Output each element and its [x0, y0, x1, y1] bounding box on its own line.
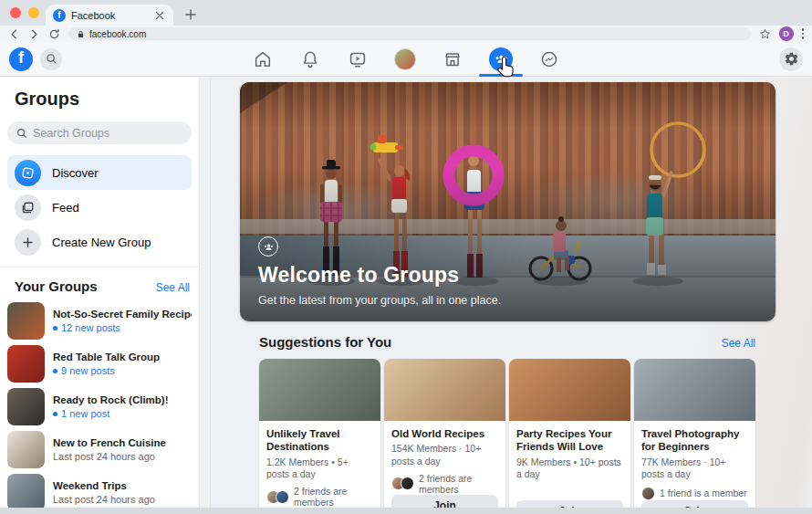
- group-info: Red Table Talk Group9 new posts: [53, 351, 160, 376]
- group-thumbnail: [7, 345, 45, 383]
- sidebar-item-create-new-group[interactable]: Create New Group: [7, 225, 192, 259]
- your-groups-title: Your Groups: [15, 278, 98, 294]
- bookmark-star-icon[interactable]: [759, 28, 771, 40]
- tab-title: Facebook: [71, 10, 148, 21]
- group-info: Ready to Rock (Climb)!1 new post: [53, 394, 169, 419]
- suggestion-card-members: [516, 486, 623, 500]
- group-name: Ready to Rock (Climb)!: [53, 394, 169, 405]
- suggestion-card-title: Travel Photography for Beginners: [641, 427, 748, 454]
- suggestion-card-members: 2 friends are members: [266, 486, 373, 508]
- member-avatars: [391, 477, 414, 490]
- unread-dot-icon: [53, 326, 57, 330]
- browser-menu-icon[interactable]: [802, 28, 805, 39]
- feed-icon: [15, 194, 41, 221]
- sidebar-item-discover[interactable]: Discover: [7, 155, 192, 190]
- search-icon: [16, 128, 27, 139]
- active-tab-underline: [479, 74, 523, 77]
- watch-icon[interactable]: [347, 48, 369, 70]
- member-avatars: [266, 490, 289, 504]
- messenger-icon[interactable]: [538, 48, 560, 70]
- group-thumbnail: [7, 388, 45, 425]
- group-list-item[interactable]: Red Table Talk Group9 new posts: [0, 342, 199, 385]
- your-groups-see-all-link[interactable]: See All: [156, 281, 190, 294]
- groups-tab[interactable]: [489, 47, 513, 71]
- group-name: Red Table Talk Group: [53, 351, 160, 362]
- group-info: Weekend TripsLast post 24 hours ago: [53, 480, 155, 505]
- suggestion-card-title: Old World Recipes: [391, 427, 498, 440]
- forward-icon[interactable]: [28, 28, 40, 40]
- group-meta: 12 new posts: [53, 322, 192, 333]
- suggestion-card[interactable]: Travel Photography for Beginners77K Memb…: [634, 359, 755, 514]
- suggestion-card-stats: 77K Members · 10+ posts a day: [641, 456, 748, 481]
- group-list-item[interactable]: New to French CuisineLast post 24 hours …: [0, 428, 199, 471]
- group-info: New to French CuisineLast post 24 hours …: [53, 437, 166, 462]
- home-icon[interactable]: [252, 48, 274, 70]
- sidebar-item-label: Feed: [52, 201, 79, 215]
- page-title: Groups: [15, 89, 184, 110]
- member-avatar: [641, 487, 655, 500]
- suggestion-card-members: 1 friend is a member: [641, 486, 748, 500]
- sidebar-scrollbar[interactable]: [199, 78, 211, 514]
- address-bar[interactable]: facebook.com: [68, 27, 751, 40]
- browser-tab[interactable]: f Facebook: [46, 5, 173, 26]
- suggestion-card[interactable]: Old World Recipes154K Members · 10+ post…: [384, 359, 505, 514]
- welcome-subtitle: Get the latest from your groups, all in …: [258, 294, 501, 307]
- group-meta: Last post 24 hours ago: [53, 451, 166, 462]
- sidebar-item-label: Discover: [52, 166, 99, 180]
- group-info: Not-So-Secret Family Recipes12 new posts: [53, 309, 192, 333]
- minimize-window-button[interactable]: [28, 7, 39, 18]
- group-meta: 9 new posts: [53, 365, 160, 376]
- group-thumbnail: [7, 302, 45, 340]
- suggestion-card-title: Unlikely Travel Destinations: [266, 427, 373, 454]
- unread-dot-icon: [53, 369, 57, 373]
- notifications-icon[interactable]: [299, 48, 321, 70]
- marketplace-icon[interactable]: [442, 48, 463, 70]
- suggestion-card-body: Unlikely Travel Destinations1.2K Members…: [259, 421, 380, 514]
- member-avatar: [401, 477, 414, 490]
- suggestion-card[interactable]: Party Recipes Your Friends Will Love9K M…: [509, 359, 630, 514]
- suggestion-card-body: Party Recipes Your Friends Will Love9K M…: [509, 421, 630, 514]
- suggestion-card-image: [384, 359, 505, 421]
- suggestion-card-title: Party Recipes Your Friends Will Love: [516, 427, 623, 454]
- window-bottom-edge: [0, 508, 812, 514]
- suggestion-card-image: [259, 359, 380, 421]
- groups-icon: [489, 47, 513, 71]
- members-label: 1 friend is a member: [660, 488, 747, 498]
- facebook-logo-icon[interactable]: f: [9, 47, 33, 71]
- profile-avatar[interactable]: [394, 48, 416, 70]
- search-groups-input[interactable]: [33, 127, 182, 140]
- browser-profile-avatar[interactable]: D: [779, 26, 794, 41]
- member-avatars: [641, 487, 655, 500]
- suggestion-card-members: 2 friends are members: [391, 473, 498, 495]
- facebook-favicon-icon: f: [53, 9, 66, 22]
- search-groups-field[interactable]: [7, 121, 192, 144]
- member-avatar: [276, 490, 289, 504]
- browser-toolbar: facebook.com D: [0, 26, 812, 42]
- search-button[interactable]: [40, 48, 62, 70]
- group-list-item[interactable]: Ready to Rock (Climb)!1 new post: [0, 385, 199, 428]
- group-meta: Last post 24 hours ago: [53, 494, 155, 505]
- reload-icon[interactable]: [48, 28, 60, 40]
- plus-icon: [15, 229, 41, 256]
- unread-dot-icon: [53, 412, 57, 416]
- close-tab-icon[interactable]: [153, 9, 166, 22]
- back-icon[interactable]: [8, 28, 20, 40]
- suggestions-see-all-link[interactable]: See All: [722, 337, 755, 350]
- group-meta: 1 new post: [53, 408, 169, 419]
- gear-icon: [784, 51, 799, 67]
- new-tab-button[interactable]: [182, 6, 199, 23]
- your-groups-list: Not-So-Secret Family Recipes12 new posts…: [0, 299, 199, 514]
- members-label: 2 friends are members: [419, 473, 498, 495]
- search-icon: [46, 53, 57, 65]
- group-name: Weekend Trips: [53, 480, 155, 491]
- group-name: New to French Cuisine: [53, 437, 166, 448]
- suggestion-card-stats: 154K Members · 10+ posts a day: [391, 443, 498, 467]
- suggestion-cards: Unlikely Travel Destinations1.2K Members…: [259, 359, 755, 514]
- suggestion-card[interactable]: Unlikely Travel Destinations1.2K Members…: [259, 359, 380, 514]
- suggestions-section: Suggestions for You See All Unlikely Tra…: [259, 334, 755, 514]
- group-list-item[interactable]: Not-So-Secret Family Recipes12 new posts: [0, 299, 199, 342]
- close-window-button[interactable]: [10, 7, 21, 18]
- members-label: 2 friends are members: [294, 486, 373, 508]
- settings-button[interactable]: [779, 47, 803, 71]
- sidebar-item-feed[interactable]: Feed: [7, 190, 192, 225]
